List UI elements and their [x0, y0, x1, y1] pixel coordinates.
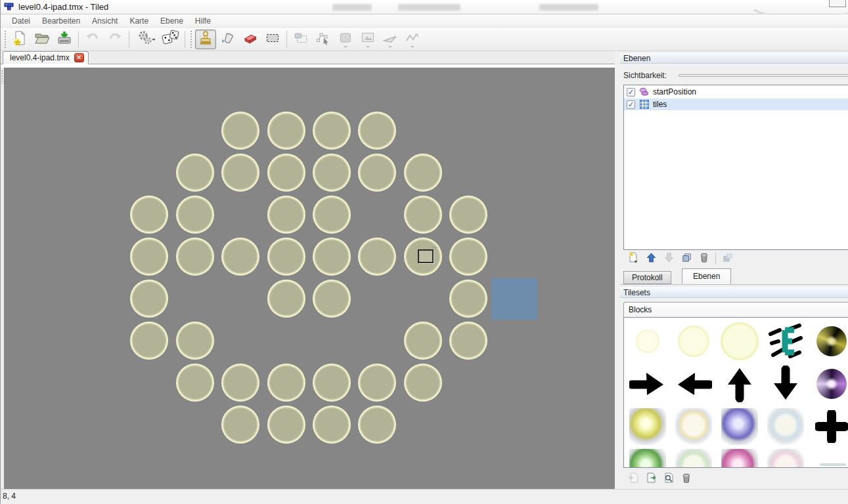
document-tab[interactable]: level0.4-ipad.tmx ✕ — [3, 51, 89, 64]
tileset-tile-arrow-up[interactable] — [719, 363, 761, 405]
random-mode-button[interactable] — [160, 30, 181, 49]
menu-karte[interactable]: Karte — [123, 15, 154, 27]
tileset-view[interactable] — [623, 317, 848, 468]
map-tile-circle[interactable] — [130, 322, 168, 360]
bucket-fill-tool-button[interactable] — [217, 30, 238, 49]
map-tile-circle[interactable] — [267, 406, 305, 444]
tileset-properties-button[interactable] — [661, 472, 677, 486]
map-tile-circle[interactable] — [267, 238, 305, 276]
tileset-tile-glow-circle-small[interactable] — [627, 320, 669, 362]
map-tile-circle[interactable] — [221, 154, 259, 192]
execute-commands-button[interactable] — [133, 30, 159, 49]
map-tile-circle[interactable] — [176, 196, 214, 234]
map-tile-circle[interactable] — [358, 406, 396, 444]
map-tile-circle[interactable] — [313, 364, 351, 402]
open-map-button[interactable] — [32, 30, 53, 49]
layer-visibility-checkbox[interactable]: ✓ — [627, 88, 635, 96]
map-tile-circle[interactable] — [176, 364, 214, 402]
menu-ansicht[interactable]: Ansicht — [86, 15, 123, 27]
tileset-tile-gem-pale-yellow[interactable] — [673, 406, 715, 448]
layer-row-startPosition[interactable]: ✓startPosition — [624, 86, 848, 98]
tileset-tile-gem-blue[interactable] — [719, 406, 761, 448]
tileset-tile-arrow-right[interactable] — [627, 363, 669, 405]
map-tile-circle[interactable] — [404, 322, 442, 360]
map-tile-circle[interactable] — [358, 112, 396, 150]
map-tile-circle[interactable] — [449, 280, 487, 318]
map-tile-circle[interactable] — [404, 196, 442, 234]
tileset-tile-arrow-down[interactable] — [765, 363, 807, 405]
save-map-button[interactable] — [54, 30, 75, 49]
map-tile-circle[interactable] — [313, 406, 351, 444]
map-tile-circle[interactable] — [449, 238, 487, 276]
remove-tileset-button[interactable] — [679, 472, 694, 486]
rectangular-select-tool-button[interactable] — [262, 30, 283, 49]
titlebar[interactable]: level0.4-ipad.tmx - Tiled — [1, 0, 848, 14]
map-tile-circle[interactable] — [267, 364, 305, 402]
map-tile-circle[interactable] — [358, 154, 396, 192]
map-tile-circle[interactable] — [449, 322, 487, 360]
map-tile-circle[interactable] — [176, 154, 214, 192]
dock-tab-ebenen[interactable]: Ebenen — [682, 268, 731, 284]
horizontal-scrollbar-thumb[interactable] — [820, 463, 846, 466]
map-tile-circle[interactable] — [313, 196, 351, 234]
map-tile-circle[interactable] — [130, 238, 168, 276]
map-tile-circle[interactable] — [267, 154, 305, 192]
tileset-tile-gem-pale-blue[interactable] — [765, 406, 807, 448]
toolbar-grip[interactable] — [189, 31, 193, 48]
stamp-brush-tool-button[interactable] — [195, 30, 216, 49]
menu-ebene[interactable]: Ebene — [154, 15, 189, 27]
duplicate-layer-button[interactable] — [679, 252, 694, 265]
map-tile-circle[interactable] — [176, 238, 214, 276]
opacity-slider[interactable] — [679, 74, 848, 77]
map-tile-circle[interactable] — [267, 196, 305, 234]
menu-hilfe[interactable]: Hilfe — [189, 15, 217, 27]
layers-dock-title[interactable]: Ebenen — [620, 52, 848, 64]
export-tileset-button[interactable] — [643, 472, 659, 486]
layer-list[interactable]: ✓startPosition✓tiles — [623, 85, 848, 250]
tileset-tile-swirl-purple[interactable] — [811, 363, 848, 405]
dock-splitter[interactable] — [615, 51, 620, 489]
tileset-tile-cross-black[interactable] — [811, 406, 848, 448]
menu-bearbeiten[interactable]: Bearbeiten — [36, 15, 86, 27]
tileset-tile-swirl-dark[interactable] — [811, 320, 848, 362]
tileset-tile-gem-pale-pink[interactable] — [765, 446, 807, 468]
close-tab-icon[interactable]: ✕ — [74, 53, 84, 62]
tilesets-dock-title[interactable]: Tilesets — [620, 286, 848, 298]
map-tile-circle[interactable] — [221, 406, 259, 444]
tileset-tile-gem-green[interactable] — [627, 446, 669, 468]
map-tile-circle[interactable] — [358, 364, 396, 402]
map-tile-circle[interactable] — [404, 364, 442, 402]
map-tile-circle[interactable] — [221, 112, 259, 150]
map-tile-circle[interactable] — [449, 196, 487, 234]
tileset-tile-gem-pink[interactable] — [719, 446, 761, 468]
tileset-tile-scribble-e[interactable] — [765, 320, 807, 362]
map-tile-circle[interactable] — [313, 280, 351, 318]
map-tile-circle[interactable] — [176, 322, 214, 360]
dock-tab-protokoll[interactable]: Protokoll — [623, 271, 671, 284]
tileset-tile-gem-pale-green[interactable] — [673, 446, 715, 468]
map-tile-circle[interactable] — [313, 112, 351, 150]
map-tile-circle[interactable] — [130, 196, 168, 234]
layer-row-tiles[interactable]: ✓tiles — [624, 98, 848, 110]
map-tile-circle[interactable] — [130, 280, 168, 318]
map-tile-circle[interactable] — [313, 238, 351, 276]
tileset-tab-blocks[interactable]: Blocks — [623, 302, 848, 317]
tileset-tile-glow-circle-medium[interactable] — [673, 320, 715, 362]
map-tile-circle[interactable] — [313, 154, 351, 192]
map-tile-circle[interactable] — [221, 238, 259, 276]
toolbar-grip[interactable] — [3, 31, 7, 48]
map-tile-circle[interactable] — [267, 280, 305, 318]
tileset-tile-arrow-left[interactable] — [673, 363, 715, 405]
map-tile-circle[interactable] — [358, 238, 396, 276]
tileset-tile-gem-yellow[interactable] — [627, 406, 669, 448]
map-tile-circle[interactable] — [267, 112, 305, 150]
layer-visibility-checkbox[interactable]: ✓ — [627, 100, 635, 109]
raise-layer-button[interactable] — [643, 252, 659, 265]
map-tile-circle[interactable] — [221, 364, 259, 402]
map-canvas[interactable]: ··· — [4, 68, 615, 489]
eraser-tool-button[interactable] — [240, 30, 261, 49]
add-layer-button[interactable]: ★ — [625, 252, 641, 265]
remove-layer-button[interactable] — [696, 252, 712, 265]
tileset-tile-glow-circle-large[interactable] — [719, 320, 761, 362]
menu-datei[interactable]: Datei — [6, 15, 36, 27]
